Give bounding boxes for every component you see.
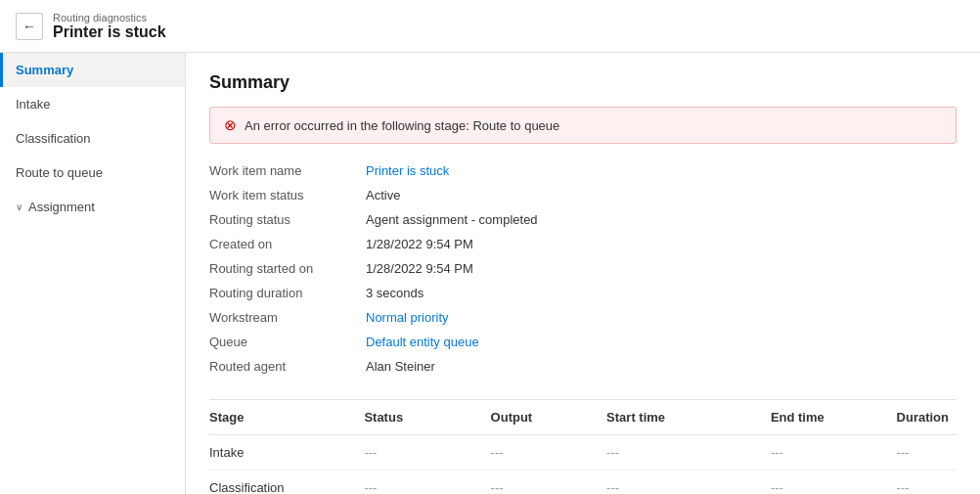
sidebar-item-assignment[interactable]: ∨ Assignment [0, 190, 185, 224]
routing-started-value: 1/28/2022 9:54 PM [366, 259, 957, 278]
queue-label: Queue [209, 333, 366, 351]
chevron-icon: ∨ [16, 202, 22, 212]
routing-status-value: Agent assignment - completed [366, 210, 957, 229]
info-grid: Work item name Printer is stuck Work ite… [209, 161, 957, 376]
col-header-status: Status [364, 400, 490, 435]
routed-agent-label: Routed agent [209, 357, 366, 376]
routing-status-label: Routing status [209, 210, 366, 229]
sidebar-item-intake[interactable]: Intake [0, 87, 185, 121]
col-header-end: End time [771, 400, 897, 435]
header-title: Printer is stuck [53, 23, 166, 41]
work-item-status-label: Work item status [209, 186, 366, 204]
error-banner: ⊗ An error occurred in the following sta… [209, 107, 957, 144]
stage-cell: Intake [209, 435, 364, 471]
end-time-cell: --- [771, 435, 897, 471]
header-subtitle: Routing diagnostics [53, 12, 166, 23]
stage-table-section: Stage Status Output Start time End time … [209, 399, 957, 494]
col-header-start: Start time [606, 400, 771, 435]
col-header-duration: Duration [897, 400, 957, 435]
sidebar-item-route-to-queue[interactable]: Route to queue [0, 156, 185, 190]
col-header-output: Output [491, 400, 607, 435]
stage-cell: Classification [209, 471, 364, 495]
duration-cell: --- [897, 471, 957, 495]
stage-table: Stage Status Output Start time End time … [209, 400, 957, 494]
end-time-cell: --- [771, 471, 897, 495]
col-header-stage: Stage [209, 400, 364, 435]
page-title: Summary [209, 72, 957, 93]
queue-value[interactable]: Default entity queue [366, 333, 957, 351]
status-text: --- [364, 445, 377, 460]
status-cell: --- [364, 435, 490, 471]
workstream-value[interactable]: Normal priority [366, 308, 957, 327]
status-cell: --- [364, 471, 490, 495]
error-circle-icon: ⊗ [224, 116, 237, 134]
error-banner-text: An error occurred in the following stage… [245, 118, 559, 133]
work-item-name-label: Work item name [209, 161, 366, 180]
page-header: ← Routing diagnostics Printer is stuck [0, 0, 980, 53]
created-on-value: 1/28/2022 9:54 PM [366, 235, 957, 253]
routed-agent-value: Alan Steiner [366, 357, 957, 376]
duration-cell: --- [897, 435, 957, 471]
header-text-block: Routing diagnostics Printer is stuck [53, 12, 166, 41]
sidebar-item-classification[interactable]: Classification [0, 121, 185, 156]
status-text: --- [364, 480, 377, 494]
work-item-status-value: Active [366, 186, 957, 204]
workstream-label: Workstream [209, 308, 366, 327]
main-content: Summary ⊗ An error occurred in the follo… [186, 53, 980, 494]
sidebar-item-summary[interactable]: Summary [0, 53, 185, 87]
routing-duration-value: 3 seconds [366, 284, 957, 302]
back-button[interactable]: ← [16, 13, 43, 40]
routing-started-label: Routing started on [209, 259, 366, 278]
output-cell: --- [491, 435, 607, 471]
main-layout: Summary Intake Classification Route to q… [0, 53, 980, 494]
sidebar: Summary Intake Classification Route to q… [0, 53, 186, 494]
table-row: Intake--------------- [209, 435, 957, 471]
routing-duration-label: Routing duration [209, 284, 366, 302]
output-cell: --- [491, 471, 607, 495]
start-time-cell: --- [606, 435, 771, 471]
table-row: Classification--------------- [209, 471, 957, 495]
start-time-cell: --- [606, 471, 771, 495]
work-item-name-value[interactable]: Printer is stuck [366, 161, 957, 180]
created-on-label: Created on [209, 235, 366, 253]
